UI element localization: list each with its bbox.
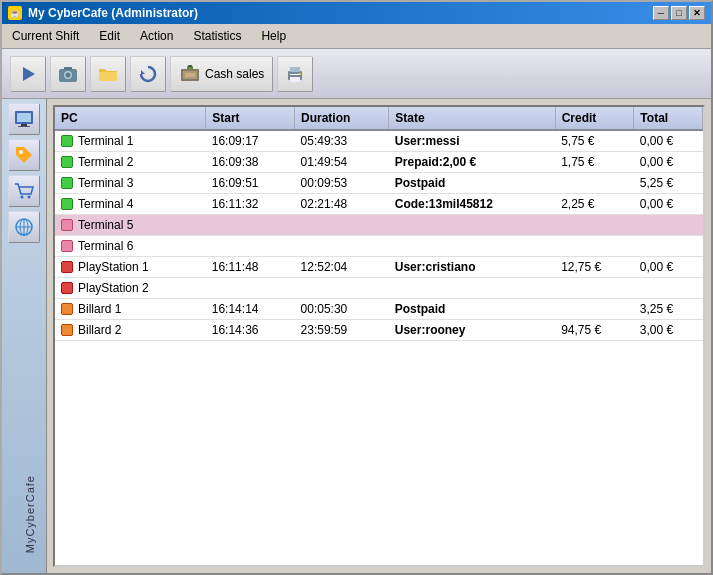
cell-pc: Billard 2 [55, 320, 206, 341]
cell-credit: 5,75 € [555, 130, 634, 152]
cell-pc: Terminal 1 [55, 130, 206, 152]
cell-credit [555, 299, 634, 320]
cell-duration: 01:49:54 [295, 152, 389, 173]
cell-start: 16:09:17 [206, 130, 295, 152]
cell-pc: PlayStation 2 [55, 278, 206, 299]
window-title: My CyberCafe (Administrator) [28, 6, 198, 20]
table-row[interactable]: Terminal 116:09:1705:49:33User:messi5,75… [55, 130, 703, 152]
svg-rect-4 [64, 67, 72, 70]
col-start: Start [206, 107, 295, 130]
col-state: State [389, 107, 555, 130]
cell-start: 16:14:14 [206, 299, 295, 320]
svg-point-21 [21, 196, 24, 199]
cell-state: Postpaid [389, 299, 555, 320]
svg-point-15 [299, 73, 301, 75]
table-row[interactable]: Billard 216:14:3623:59:59User:rooney94,7… [55, 320, 703, 341]
cell-start: 16:09:51 [206, 173, 295, 194]
maximize-button[interactable]: □ [671, 6, 687, 20]
cash-sales-button[interactable]: Cash sales [170, 56, 273, 92]
table-container[interactable]: PC Start Duration State Credit Total Ter… [55, 107, 703, 565]
cell-state [389, 215, 555, 236]
cell-start: 16:11:48 [206, 257, 295, 278]
cell-total: 0,00 € [634, 152, 703, 173]
cell-credit: 1,75 € [555, 152, 634, 173]
menu-current-shift[interactable]: Current Shift [2, 26, 89, 46]
cell-pc: Terminal 6 [55, 236, 206, 257]
sidebar-tags-button[interactable] [8, 139, 40, 171]
col-credit: Credit [555, 107, 634, 130]
cell-credit [555, 173, 634, 194]
cell-total [634, 236, 703, 257]
svg-rect-10 [188, 65, 192, 67]
close-button[interactable]: ✕ [689, 6, 705, 20]
cell-start: 16:11:32 [206, 194, 295, 215]
cell-state [389, 278, 555, 299]
title-bar-controls: ─ □ ✕ [653, 6, 705, 20]
cell-total: 5,25 € [634, 173, 703, 194]
print-button[interactable] [277, 56, 313, 92]
play-button[interactable] [10, 56, 46, 92]
cell-start [206, 236, 295, 257]
cell-state [389, 236, 555, 257]
cell-credit: 12,75 € [555, 257, 634, 278]
cell-duration: 12:52:04 [295, 257, 389, 278]
cell-duration [295, 278, 389, 299]
table-row[interactable]: Terminal 316:09:5100:09:53Postpaid5,25 € [55, 173, 703, 194]
camera-button[interactable] [50, 56, 86, 92]
table-row[interactable]: Billard 116:14:1400:05:30Postpaid3,25 € [55, 299, 703, 320]
table-row[interactable]: PlayStation 2 [55, 278, 703, 299]
table-row[interactable]: Terminal 216:09:3801:49:54Prepaid:2,00 €… [55, 152, 703, 173]
title-bar: ☕ My CyberCafe (Administrator) ─ □ ✕ [2, 2, 711, 24]
menu-edit[interactable]: Edit [89, 26, 130, 46]
main-table: PC Start Duration State Credit Total Ter… [55, 107, 703, 341]
cell-pc: PlayStation 1 [55, 257, 206, 278]
main-area: MyCyberCafe PC Start Duration State Cred… [2, 99, 711, 573]
sidebar-cart-button[interactable] [8, 175, 40, 207]
cell-start: 16:14:36 [206, 320, 295, 341]
cell-state: Postpaid [389, 173, 555, 194]
cell-credit [555, 278, 634, 299]
menu-action[interactable]: Action [130, 26, 183, 46]
content-area: PC Start Duration State Credit Total Ter… [53, 105, 705, 567]
cell-credit [555, 215, 634, 236]
minimize-button[interactable]: ─ [653, 6, 669, 20]
cell-start [206, 278, 295, 299]
table-row[interactable]: PlayStation 116:11:4812:52:04User:cristi… [55, 257, 703, 278]
refresh-button[interactable] [130, 56, 166, 92]
table-row[interactable]: Terminal 5 [55, 215, 703, 236]
col-duration: Duration [295, 107, 389, 130]
cell-total: 0,00 € [634, 194, 703, 215]
cell-pc: Terminal 4 [55, 194, 206, 215]
table-body: Terminal 116:09:1705:49:33User:messi5,75… [55, 130, 703, 341]
cell-duration: 00:05:30 [295, 299, 389, 320]
cell-duration: 23:59:59 [295, 320, 389, 341]
main-window: ☕ My CyberCafe (Administrator) ─ □ ✕ Cur… [0, 0, 713, 575]
table-row[interactable]: Terminal 416:11:3202:21:48Code:13mil4581… [55, 194, 703, 215]
sidebar-web-button[interactable] [8, 211, 40, 243]
toolbar: Cash sales [2, 49, 711, 99]
cell-total: 3,00 € [634, 320, 703, 341]
cell-state: User:messi [389, 130, 555, 152]
svg-rect-12 [290, 67, 300, 72]
svg-marker-0 [23, 67, 35, 81]
cell-duration [295, 215, 389, 236]
cell-duration: 00:09:53 [295, 173, 389, 194]
cell-credit [555, 236, 634, 257]
sidebar-label: MyCyberCafe [24, 475, 36, 553]
cell-pc: Terminal 3 [55, 173, 206, 194]
cash-sales-label: Cash sales [205, 67, 264, 81]
table-row[interactable]: Terminal 6 [55, 236, 703, 257]
svg-point-22 [28, 196, 31, 199]
svg-rect-8 [185, 73, 195, 77]
cell-pc: Terminal 5 [55, 215, 206, 236]
cell-start: 16:09:38 [206, 152, 295, 173]
cell-total: 0,00 € [634, 257, 703, 278]
folder-button[interactable] [90, 56, 126, 92]
sidebar-computers-button[interactable] [8, 103, 40, 135]
menu-statistics[interactable]: Statistics [183, 26, 251, 46]
table-header-row: PC Start Duration State Credit Total [55, 107, 703, 130]
cell-duration [295, 236, 389, 257]
menu-help[interactable]: Help [251, 26, 296, 46]
svg-rect-14 [290, 74, 300, 75]
cell-total: 3,25 € [634, 299, 703, 320]
